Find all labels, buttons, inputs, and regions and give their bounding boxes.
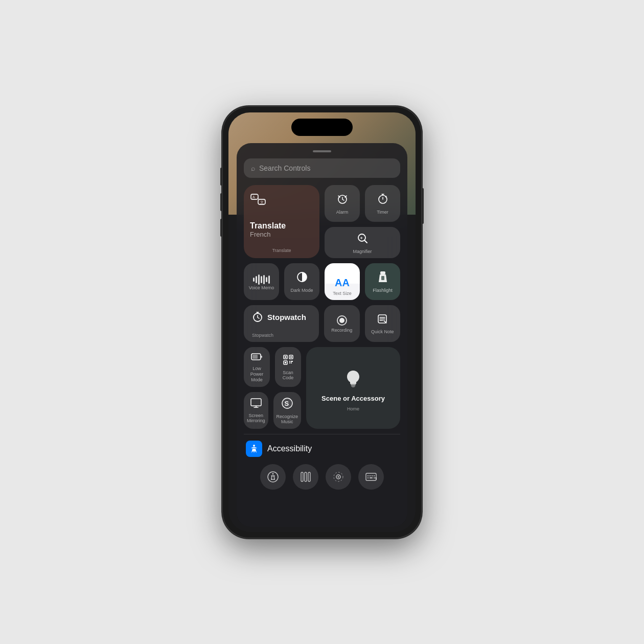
svg-rect-31 bbox=[351, 384, 356, 385]
low-power-tile[interactable]: Low Power Mode bbox=[244, 347, 270, 386]
svg-rect-49 bbox=[370, 477, 373, 478]
translate-tile[interactable]: A 文 Translate French Translate bbox=[244, 185, 319, 259]
alarm-icon bbox=[336, 193, 349, 208]
svg-rect-27 bbox=[292, 361, 293, 362]
svg-text:+: + bbox=[360, 236, 363, 241]
flashlight-label: Flashlight bbox=[373, 288, 393, 293]
controls-grid: A 文 Translate French Translate bbox=[244, 185, 400, 429]
recognize-music-tile[interactable]: S Recognize Music bbox=[273, 392, 302, 429]
translate-icon: A 文 bbox=[250, 192, 266, 212]
row-4: Low Power Mode bbox=[244, 347, 400, 429]
dark-mode-label: Dark Mode bbox=[290, 288, 313, 293]
voice-memo-label: Voice Memo bbox=[249, 285, 274, 291]
quick-note-tile[interactable]: Quick Note bbox=[365, 305, 401, 342]
svg-text:S: S bbox=[284, 400, 289, 407]
lock-btn[interactable] bbox=[326, 464, 351, 490]
search-icon: ⌕ bbox=[251, 164, 255, 172]
accessibility-section: Accessibility bbox=[244, 434, 400, 461]
quick-note-icon bbox=[377, 313, 388, 327]
screen-mirroring-tile[interactable]: Screen Mirroring bbox=[244, 392, 268, 429]
row-3: Stopwatch Stopwatch Recording bbox=[244, 305, 400, 342]
accessibility-bottom-btn[interactable] bbox=[260, 464, 286, 490]
svg-rect-16 bbox=[252, 355, 258, 359]
svg-rect-38 bbox=[305, 472, 307, 481]
control-center-panel: ⌕ Search Controls A 文 bbox=[237, 143, 407, 527]
flashlight-icon bbox=[377, 271, 388, 286]
svg-rect-13 bbox=[383, 320, 385, 322]
low-power-icon bbox=[251, 352, 263, 364]
svg-rect-10 bbox=[381, 276, 384, 280]
accessibility-icon-bg bbox=[246, 441, 262, 457]
row-4-left: Low Power Mode bbox=[244, 347, 301, 386]
dynamic-island bbox=[291, 119, 353, 136]
scan-code-label: Scan Code bbox=[278, 370, 298, 381]
svg-rect-46 bbox=[372, 475, 373, 476]
recording-tile[interactable]: Recording bbox=[324, 305, 360, 342]
recording-icon bbox=[337, 315, 347, 326]
translate-subtitle: French bbox=[250, 231, 286, 238]
text-size-slider-bg bbox=[325, 284, 360, 300]
recording-dot-inner bbox=[339, 318, 344, 323]
svg-rect-23 bbox=[289, 361, 290, 362]
translate-content: Translate French bbox=[250, 221, 286, 238]
voice-memo-icon bbox=[253, 274, 270, 285]
svg-rect-33 bbox=[352, 387, 355, 388]
home-scene-title: Scene or Accessory bbox=[321, 395, 385, 403]
svg-point-42 bbox=[338, 476, 339, 478]
text-size-tile[interactable]: AA Text Size bbox=[325, 263, 360, 300]
svg-rect-24 bbox=[291, 361, 292, 362]
phone-frame: ⌕ Search Controls A 文 bbox=[222, 106, 422, 538]
flashlight-tile[interactable]: Flashlight bbox=[365, 263, 400, 300]
alarm-tile[interactable]: Alarm bbox=[325, 185, 360, 222]
svg-rect-44 bbox=[367, 475, 369, 476]
svg-rect-47 bbox=[374, 475, 375, 476]
svg-rect-22 bbox=[285, 362, 286, 363]
recognize-music-label: Recognize Music bbox=[277, 414, 298, 425]
home-bulb-icon bbox=[346, 370, 361, 392]
braille-btn[interactable] bbox=[293, 464, 318, 490]
svg-rect-26 bbox=[291, 362, 292, 363]
row-1: A 文 Translate French Translate bbox=[244, 185, 400, 259]
recording-label: Recording bbox=[331, 328, 352, 333]
recognize-music-icon: S bbox=[281, 397, 293, 412]
svg-rect-21 bbox=[290, 356, 292, 358]
timer-tile[interactable]: Timer bbox=[365, 185, 400, 222]
search-placeholder: Search Controls bbox=[259, 164, 310, 172]
svg-text:文: 文 bbox=[260, 200, 264, 204]
stopwatch-label: Stopwatch bbox=[252, 333, 311, 338]
phone-screen: ⌕ Search Controls A 文 bbox=[228, 112, 416, 532]
magnifier-label: Magnifier bbox=[353, 249, 372, 255]
alarm-timer-row: Alarm bbox=[325, 185, 400, 222]
stopwatch-icon-row: Stopwatch bbox=[252, 311, 311, 323]
bottom-icons-row bbox=[244, 461, 400, 492]
svg-rect-43 bbox=[366, 473, 376, 480]
home-scene-label: Home bbox=[347, 406, 359, 411]
scan-code-icon bbox=[283, 354, 294, 368]
accessibility-label: Accessibility bbox=[267, 444, 312, 453]
svg-text:A: A bbox=[252, 195, 255, 199]
stopwatch-title: Stopwatch bbox=[267, 313, 306, 321]
dark-mode-tile[interactable]: Dark Mode bbox=[284, 263, 319, 300]
svg-rect-25 bbox=[289, 362, 290, 363]
svg-rect-32 bbox=[351, 385, 355, 387]
svg-rect-45 bbox=[370, 475, 371, 476]
timer-label: Timer bbox=[377, 210, 388, 215]
screen-mirroring-icon bbox=[250, 398, 262, 411]
col-right-1: Alarm bbox=[325, 185, 400, 259]
keyboard-btn[interactable] bbox=[358, 464, 384, 490]
magnifier-icon: + bbox=[356, 232, 369, 247]
alarm-label: Alarm bbox=[336, 210, 349, 215]
search-bar[interactable]: ⌕ Search Controls bbox=[244, 158, 400, 178]
svg-rect-50 bbox=[374, 477, 375, 478]
svg-rect-9 bbox=[380, 271, 385, 274]
col-left-4: Low Power Mode bbox=[244, 347, 301, 429]
voice-memo-tile[interactable]: Voice Memo bbox=[244, 263, 279, 300]
scan-code-tile[interactable]: Scan Code bbox=[275, 347, 301, 386]
svg-point-34 bbox=[253, 445, 255, 447]
stopwatch-tile[interactable]: Stopwatch Stopwatch bbox=[244, 305, 319, 342]
home-scene-tile[interactable]: Scene or Accessory Home bbox=[306, 347, 400, 429]
magnifier-tile[interactable]: + Magnifier bbox=[325, 227, 400, 259]
stopwatch-icon bbox=[252, 311, 263, 323]
dark-mode-icon bbox=[296, 271, 308, 286]
translate-title: Translate bbox=[250, 221, 286, 231]
